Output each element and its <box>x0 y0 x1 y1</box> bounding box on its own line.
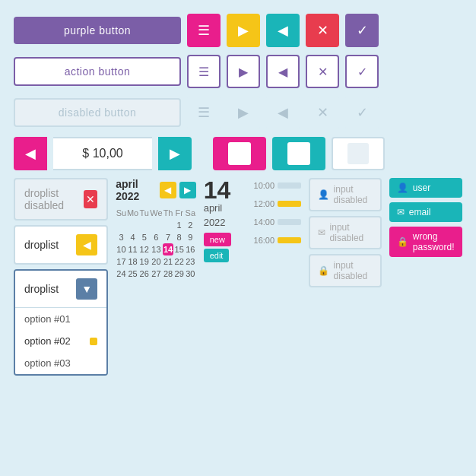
calendar-day[interactable]: 9 <box>185 231 196 243</box>
calendar-day[interactable]: 26 <box>138 268 150 280</box>
cal-header-sa: Sa <box>185 207 196 219</box>
input-wrong-password[interactable]: 🔒 wrong password! <box>389 227 462 257</box>
menu-button-outline[interactable]: ☰ <box>187 55 221 88</box>
menu-icon: ☰ <box>198 22 210 39</box>
calendar-day[interactable]: 3 <box>116 231 127 243</box>
calendar-day[interactable]: 4 <box>127 231 139 243</box>
row-1: purple button ☰ ▶ ◀ ✕ ✓ <box>14 14 462 47</box>
play-icon: ▶ <box>238 22 249 39</box>
droplist-blue-header[interactable]: droplist ▼ <box>15 271 106 307</box>
close-button-red[interactable]: ✕ <box>306 14 339 47</box>
calendar-day[interactable]: 11 <box>127 243 139 255</box>
time-slot-3: 14:00 <box>254 217 301 227</box>
time-label-2: 12:00 <box>254 199 275 208</box>
time-bar-1 <box>278 182 301 189</box>
calendar-day[interactable]: 22 <box>173 255 185 268</box>
calendar-day[interactable]: 10 <box>116 243 127 255</box>
row-2: action button ☰ ▶ ◀ ✕ ✓ <box>14 55 462 88</box>
edit-event-button[interactable]: edit <box>204 249 230 262</box>
check-button-disabled: ✓ <box>345 96 379 129</box>
lock-icon-active: 🔒 <box>397 236 408 247</box>
calendar-title: april 2022 <box>116 178 160 202</box>
chevron-left-icon-yellow: ◀ <box>83 239 91 251</box>
input-email-active[interactable]: ✉ email <box>389 202 462 222</box>
calendar-day[interactable]: 17 <box>116 255 127 268</box>
play-icon-disabled: ▶ <box>238 104 249 121</box>
calendar-day[interactable]: 30 <box>185 268 196 280</box>
toggle-ghost-button[interactable] <box>332 137 385 170</box>
calendar-day <box>138 219 150 231</box>
calendar-header: april 2022 ◀ ▶ <box>116 178 196 202</box>
time-bar-4 <box>278 237 301 243</box>
check-button-outline[interactable]: ✓ <box>345 55 379 88</box>
close-icon-outline: ✕ <box>318 65 328 79</box>
list-item[interactable]: option #02 <box>15 330 106 352</box>
back-icon-outline: ◀ <box>278 65 287 79</box>
calendar-day[interactable]: 29 <box>173 268 185 280</box>
calendar-day[interactable]: 6 <box>150 231 163 243</box>
time-slot-4: 16:00 <box>254 236 301 245</box>
droplist-yellow-arrow[interactable]: ◀ <box>76 234 97 255</box>
check-icon-disabled: ✓ <box>357 104 368 121</box>
calendar-day[interactable]: 8 <box>173 231 185 243</box>
droplist-clear-button[interactable]: ✕ <box>84 190 97 208</box>
droplist-column: droplist disabled ✕ droplist ◀ droplist … <box>14 178 108 376</box>
row-3: disabled button ☰ ▶ ◀ ✕ ✓ <box>14 96 462 129</box>
list-item[interactable]: option #03 <box>15 352 106 374</box>
cal-header-mo: Mo <box>127 207 139 219</box>
input-lock-disabled: 🔒 input disabled <box>309 254 382 287</box>
droplist-yellow[interactable]: droplist ◀ <box>14 225 108 265</box>
calendar-prev-button[interactable]: ◀ <box>160 182 176 198</box>
user-icon-disabled: 👤 <box>318 189 329 200</box>
droplist-blue-arrow[interactable]: ▼ <box>76 278 97 300</box>
calendar-body: 1234567891011121314151617181920212223242… <box>116 219 196 280</box>
back-button-outline[interactable]: ◀ <box>266 55 300 88</box>
calendar-day[interactable]: 7 <box>163 231 174 243</box>
price-decrease-button[interactable]: ◀ <box>14 137 47 170</box>
input-user-active[interactable]: 👤 user <box>389 178 462 198</box>
toggle-pink-button[interactable] <box>213 137 266 170</box>
calendar-day[interactable]: 12 <box>138 243 150 255</box>
play-button-outline[interactable]: ▶ <box>227 55 260 88</box>
input-active-column: 👤 user ✉ email 🔒 wrong password! <box>389 178 462 376</box>
play-button-yellow[interactable]: ▶ <box>227 14 260 47</box>
list-item[interactable]: option #01 <box>15 308 106 330</box>
calendar-day[interactable]: 28 <box>163 268 174 280</box>
calendar-day[interactable]: 5 <box>138 231 150 243</box>
calendar-day[interactable]: 18 <box>127 255 139 268</box>
calendar-next-button[interactable]: ▶ <box>179 182 196 198</box>
calendar-day[interactable]: 20 <box>150 255 163 268</box>
calendar-day[interactable]: 23 <box>185 255 196 268</box>
check-button-purple[interactable]: ✓ <box>345 14 379 47</box>
new-event-button[interactable]: new <box>204 233 231 246</box>
time-label-4: 16:00 <box>254 236 275 245</box>
price-increase-button[interactable]: ▶ <box>158 137 192 170</box>
cal-header-we: We <box>150 207 163 219</box>
time-slot-1: 10:00 <box>254 181 301 190</box>
calendar-day <box>116 219 127 231</box>
calendar-day[interactable]: 27 <box>150 268 163 280</box>
calendar-day[interactable]: 13 <box>150 243 163 255</box>
calendar-day[interactable]: 1 <box>173 219 185 231</box>
calendar-day[interactable]: 15 <box>173 243 185 255</box>
calendar-day[interactable]: 25 <box>127 268 139 280</box>
calendar-day[interactable]: 19 <box>138 255 150 268</box>
calendar-day[interactable]: 14 <box>163 243 174 255</box>
lock-icon-disabled: 🔒 <box>318 265 329 276</box>
calendar-day[interactable]: 21 <box>163 255 174 268</box>
calendar-day[interactable]: 2 <box>185 219 196 231</box>
back-icon-disabled: ◀ <box>278 104 288 121</box>
calendar-day[interactable]: 16 <box>185 243 196 255</box>
close-icon-droplist: ✕ <box>86 193 95 205</box>
back-button-teal[interactable]: ◀ <box>266 14 300 47</box>
close-button-outline[interactable]: ✕ <box>306 55 339 88</box>
menu-button-disabled: ☰ <box>187 96 221 129</box>
action-button[interactable]: action button <box>14 57 181 86</box>
purple-button[interactable]: purple button <box>14 17 181 44</box>
calendar-day[interactable]: 24 <box>116 268 127 280</box>
menu-button-pink[interactable]: ☰ <box>187 14 221 47</box>
user-input-label: user <box>413 182 430 193</box>
day-detail-column: 14 april 2022 new edit <box>204 178 246 376</box>
input-disabled-label-1: input disabled <box>334 184 373 205</box>
toggle-teal-button[interactable] <box>272 137 325 170</box>
